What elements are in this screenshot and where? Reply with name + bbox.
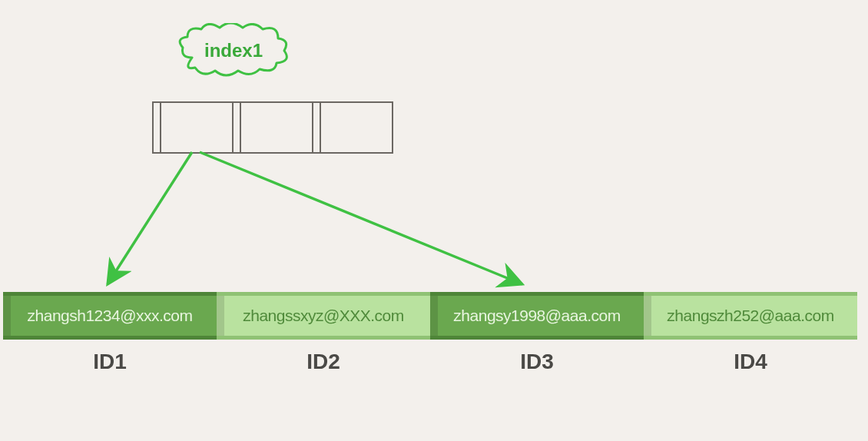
id-label: ID3 — [430, 350, 644, 374]
bucket-divider — [234, 103, 241, 152]
id-label: ID2 — [217, 350, 430, 374]
pointer-arrows — [0, 0, 868, 441]
record-cell: zhangsh1234@xxx.com — [3, 292, 217, 340]
record-email: zhangssxyz@XXX.com — [240, 307, 407, 325]
record-cell: zhangssxyz@XXX.com — [217, 292, 430, 340]
index-label-cloud: index1 — [177, 23, 290, 77]
bucket-divider — [313, 103, 321, 152]
record-email: zhangsy1998@aaa.com — [450, 307, 623, 325]
bucket-slot-2 — [241, 103, 313, 152]
id-label-row: ID1 ID2 ID3 ID4 — [3, 350, 857, 374]
record-strip: zhangsh1234@xxx.com zhangssxyz@XXX.com z… — [3, 292, 857, 340]
bucket-left-margin — [154, 103, 161, 152]
record-cell: zhangsy1998@aaa.com — [430, 292, 644, 340]
id-label: ID4 — [644, 350, 857, 374]
bucket-slot-3 — [321, 103, 392, 152]
index-label-text: index1 — [177, 40, 290, 61]
record-cell: zhangszh252@aaa.com — [644, 292, 857, 340]
svg-line-1 — [200, 152, 522, 284]
index-buckets — [152, 101, 393, 154]
svg-line-0 — [108, 152, 192, 284]
bucket-slot-1 — [161, 103, 234, 152]
id-label: ID1 — [3, 350, 217, 374]
diagram-canvas: { "index_label": "index1", "bucket_count… — [0, 0, 868, 441]
record-email: zhangsh1234@xxx.com — [25, 307, 196, 325]
record-email: zhangszh252@aaa.com — [664, 307, 837, 325]
